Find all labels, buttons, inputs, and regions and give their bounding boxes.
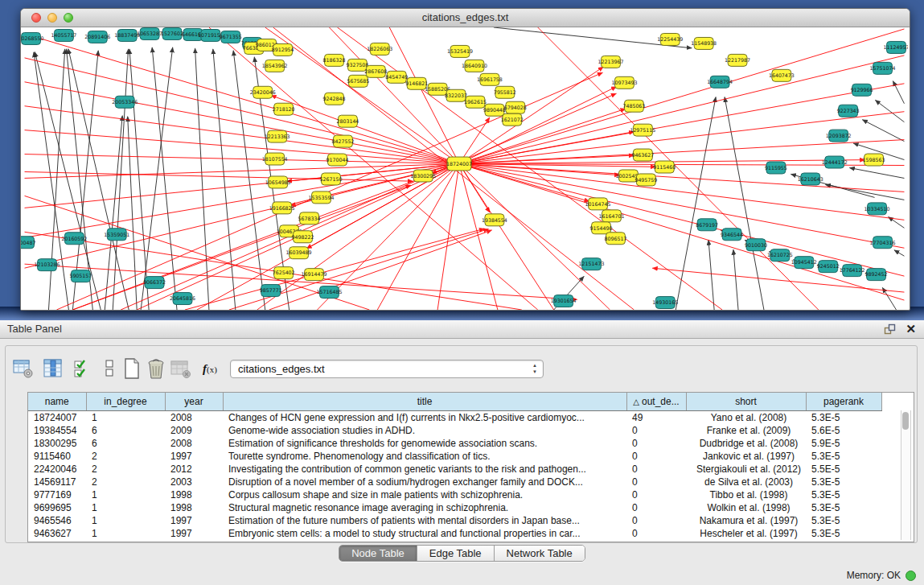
column-header-in-degree[interactable]: in_degree [86,393,165,411]
graph-node[interactable]: 9115460 [653,161,676,173]
graph-node[interactable]: 19301654 [551,295,577,307]
table-cell[interactable]: 2012 [165,463,223,476]
table-cell[interactable]: 1 [86,527,165,540]
table-cell[interactable]: 0 [626,514,686,527]
table-cell[interactable]: 19384554 [28,424,86,437]
graph-node[interactable]: 9242848 [323,93,346,105]
graph-node[interactable]: 9498222 [292,231,314,243]
graph-node[interactable]: 14055717 [51,29,76,41]
table-cell[interactable]: 0 [626,488,686,501]
graph-node[interactable]: 12093872 [826,130,852,142]
delete-columns-button[interactable] [170,357,192,380]
select-columns-button[interactable] [42,357,64,380]
tab-network-table[interactable]: Network Table [495,546,585,561]
graph-node[interactable]: 14930165 [652,297,678,309]
graph-node[interactable]: 18300295 [410,170,436,182]
graph-node[interactable]: 9146821 [405,77,428,89]
graph-node[interactable]: 9346544 [721,229,743,241]
graph-node[interactable]: 16210643 [798,173,823,185]
graph-node[interactable]: 7485063 [622,100,645,112]
table-row[interactable]: 1872400712008Changes of HCN gene express… [28,411,881,425]
graph-node[interactable]: 18837499 [114,29,140,41]
table-row[interactable]: 1938455462009Genome-wide association stu… [28,424,881,437]
scrollbar-thumb[interactable] [902,412,909,430]
graph-node[interactable]: 12217987 [725,54,750,66]
graph-node[interactable]: 8427552 [331,135,354,147]
table-cell[interactable]: 5.3E-5 [806,501,881,514]
graph-node[interactable]: 15716485 [317,286,343,299]
graph-node[interactable]: 18640910 [462,60,487,72]
graph-node[interactable]: 9010030 [745,239,767,251]
graph-node[interactable]: 15325419 [447,45,473,57]
table-cell[interactable]: 5.3E-5 [806,476,881,488]
table-selector-dropdown[interactable]: citations_edges.txt ▲▼ [230,360,544,378]
close-window-button[interactable] [31,13,41,23]
graph-node[interactable]: 12254439 [657,33,683,45]
graph-node[interactable]: 9227343 [837,105,860,117]
graph-node[interactable]: 17764122 [840,265,865,277]
table-cell[interactable]: Jankovic et al. (1997) [686,450,806,463]
graph-node[interactable]: 20891406 [84,31,110,43]
column-header-name[interactable]: name [28,393,86,411]
table-cell[interactable]: 14569117 [28,476,86,488]
column-header-out-degree[interactable]: △out_de... [626,393,686,411]
graph-node[interactable]: 12213363 [265,130,290,142]
graph-node[interactable]: 15751074 [870,62,896,74]
table-row[interactable]: 969969511998Structural magnetic resonanc… [28,501,881,514]
graph-node[interactable]: 17704316 [870,237,896,249]
table-cell[interactable]: 9699695 [28,501,86,514]
graph-node[interactable]: 15359051 [104,229,129,241]
table-cell[interactable]: Investigating the contribution of common… [223,463,626,476]
new-table-button[interactable] [121,357,143,380]
table-cell[interactable]: 6 [86,424,165,437]
graph-node[interactable]: 9100487 [21,237,36,249]
graph-node[interactable]: 2718120 [273,103,295,115]
table-cell[interactable]: 5.9E-5 [806,437,881,450]
graph-node[interactable]: 9066372 [143,277,166,289]
graph-node[interactable]: 9671355 [220,31,242,43]
table-cell[interactable]: 49 [626,411,686,425]
column-visibility-button[interactable] [72,357,94,380]
graph-node[interactable]: 8186328 [323,54,346,66]
graph-node[interactable]: 7625402 [273,267,295,279]
graph-node[interactable]: 16961758 [477,73,503,85]
window-titlebar[interactable]: citations_edges.txt [21,9,910,27]
table-cell[interactable]: 5.3E-5 [806,514,881,527]
zoom-window-button[interactable] [64,13,73,23]
table-cell[interactable]: 1997 [165,527,223,540]
table-cell[interactable]: 9465546 [28,514,86,527]
table-cell[interactable]: 0 [626,501,686,514]
graph-node[interactable]: 20645816 [170,293,195,305]
table-cell[interactable]: 2 [86,463,165,476]
table-cell[interactable]: 2 [86,476,165,488]
table-cell[interactable]: 5.6E-5 [806,424,881,437]
graph-node[interactable]: 18543962 [262,60,288,72]
graph-node[interactable]: 16164701 [599,210,625,222]
minimize-window-button[interactable] [47,13,57,23]
table-cell[interactable]: 5.3E-5 [806,411,881,425]
graph-node[interactable]: 9245012 [817,261,840,273]
graph-node[interactable]: 9892452 [865,269,888,281]
table-cell[interactable]: 5.3E-5 [806,450,881,463]
column-header-year[interactable]: year [165,393,223,411]
table-cell[interactable]: de Silva et al. (2003) [686,476,806,488]
table-cell[interactable]: 5.5E-5 [806,463,881,476]
float-panel-icon[interactable] [884,323,896,336]
row-height-button[interactable] [98,357,121,380]
graph-node[interactable]: 8096517 [605,233,627,245]
table-cell[interactable]: 0 [626,437,686,450]
graph-node[interactable]: 9327508 [346,59,368,71]
table-row[interactable]: 946554611997Estimation of the future num… [28,514,881,527]
graph-node[interactable]: 18724007 [446,157,472,171]
graph-node[interactable]: 10164745 [585,198,611,210]
graph-node[interactable]: 10334510 [864,203,890,215]
close-panel-icon[interactable]: ✕ [906,320,916,338]
graph-node[interactable]: 20160592 [61,233,87,245]
table-cell[interactable]: 9463627 [28,527,86,540]
graph-node[interactable]: 12103286 [35,259,60,271]
table-cell[interactable]: Wolkin et al. (1998) [686,501,806,514]
table-cell[interactable]: 0 [626,476,686,488]
graph-node[interactable]: 16407473 [769,69,795,81]
table-cell[interactable]: 9115460 [28,450,86,463]
table-settings-button[interactable] [12,357,35,380]
